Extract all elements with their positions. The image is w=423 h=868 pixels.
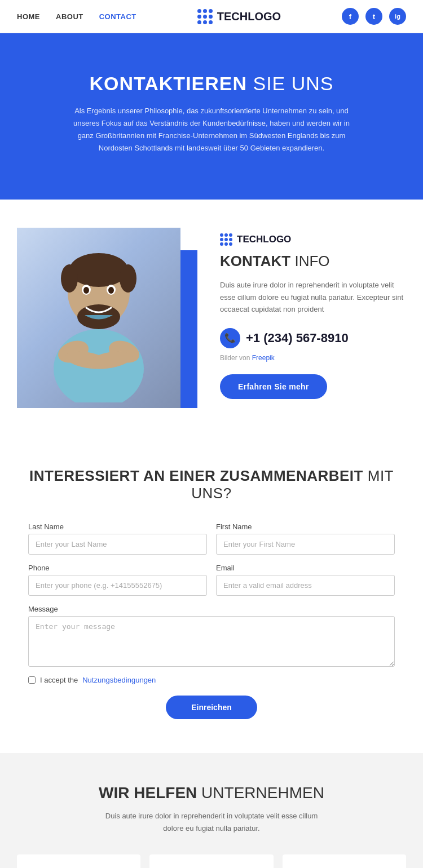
freepik-link[interactable]: Freepik [252, 354, 275, 362]
logo: TECHLOGO [197, 9, 281, 24]
contact-form: Last Name First Name Phone Email Message [28, 522, 395, 719]
phone-icon: 📞 [220, 328, 240, 348]
email-input[interactable] [216, 575, 395, 596]
hero-section: KONTAKTIEREN SIE UNS Als Ergebnis unsere… [0, 33, 423, 200]
last-name-input[interactable] [28, 534, 207, 555]
phone-row: 📞 +1 (234) 567-8910 [220, 328, 406, 348]
wir-helfen-section: WIR HELFEN UNTERNEHMEN Duis aute irure d… [0, 753, 423, 868]
info-logo: TECHLOGO [220, 233, 406, 246]
terms-link[interactable]: Nutzungsbedingungen [82, 676, 156, 684]
bilder-von: Bilder von Freepik [220, 354, 406, 362]
contact-info-right: TECHLOGO KONTAKT INFO Duis aute irure do… [197, 228, 406, 398]
nav-links: HOME ABOUT CONTACT [17, 12, 136, 21]
last-name-group: Last Name [28, 522, 207, 555]
form-section: INTERESSIERT AN EINER ZUSAMMENARBEIT MIT… [0, 436, 423, 753]
instagram-icon[interactable]: ig [389, 8, 406, 25]
first-name-group: First Name [216, 522, 395, 555]
phone-group: Phone [28, 564, 207, 596]
svg-point-9 [120, 264, 136, 293]
contact-info-section: TECHLOGO KONTAKT INFO Duis aute irure do… [0, 200, 423, 436]
hero-title: KONTAKTIEREN SIE UNS [17, 73, 406, 95]
email-group: Email [216, 564, 395, 596]
email-label: Email [216, 564, 395, 572]
person-image-container [17, 228, 197, 408]
nav-home[interactable]: HOME [17, 12, 40, 21]
wir-helfen-description: Duis aute irure dolor in reprehenderit i… [99, 810, 324, 834]
card-phone: 📞 Telefon Mo-Fr von 8.00 bis 5.00 Uhr +1… [283, 854, 406, 868]
submit-button[interactable]: Einreichen [166, 696, 257, 719]
svg-point-7 [69, 253, 128, 287]
info-cards: ✉ Diagramm zu uns Unser freundliches Tea… [17, 854, 406, 868]
phone-label: Phone [28, 564, 207, 572]
hero-description: Als Ergebnis unserer Philosophie, das zu… [70, 105, 352, 154]
social-icons: f t ig [342, 8, 406, 25]
nav-contact[interactable]: CONTACT [99, 12, 136, 21]
card-office: 📍 Büro Kommen Sie und sagen Sie Hallo in… [149, 854, 273, 868]
first-name-input[interactable] [216, 534, 395, 555]
message-label: Message [28, 605, 395, 613]
svg-point-13 [83, 287, 89, 294]
person-silhouette [37, 233, 161, 402]
person-image [17, 228, 180, 408]
facebook-icon[interactable]: f [342, 8, 359, 25]
checkbox-text: I accept the [40, 676, 78, 684]
kontakt-title: KONTAKT INFO [220, 253, 406, 270]
svg-point-8 [61, 264, 78, 293]
logo-text: TECHLOGO [217, 10, 281, 23]
message-group: Message [28, 605, 395, 667]
svg-point-14 [108, 287, 114, 294]
kontakt-description: Duis aute irure dolor in reprehenderit i… [220, 279, 406, 315]
info-logo-dots [220, 233, 232, 246]
last-name-label: Last Name [28, 522, 207, 531]
info-logo-text: TECHLOGO [237, 234, 291, 245]
twitter-icon[interactable]: t [365, 8, 382, 25]
nav-about[interactable]: ABOUT [56, 12, 83, 21]
phone-number: +1 (234) 567-8910 [246, 331, 349, 346]
learn-more-button[interactable]: Erfahren Sie mehr [220, 374, 327, 399]
navbar: HOME ABOUT CONTACT TECHLOGO f t ig [0, 0, 423, 33]
message-input[interactable] [28, 616, 395, 667]
checkbox-row: I accept the Nutzungsbedingungen [28, 676, 395, 684]
first-name-label: First Name [216, 522, 395, 531]
form-title: INTERESSIERT AN EINER ZUSAMMENARBEIT MIT… [28, 467, 395, 502]
form-submit-wrapper: Einreichen [28, 696, 395, 719]
logo-dots [197, 9, 213, 24]
form-grid: Last Name First Name Phone Email Message [28, 522, 395, 667]
phone-input[interactable] [28, 575, 207, 596]
terms-checkbox[interactable] [28, 676, 36, 684]
card-email: ✉ Diagramm zu uns Unser freundliches Tea… [17, 854, 140, 868]
wir-helfen-title: WIR HELFEN UNTERNEHMEN [17, 784, 406, 802]
